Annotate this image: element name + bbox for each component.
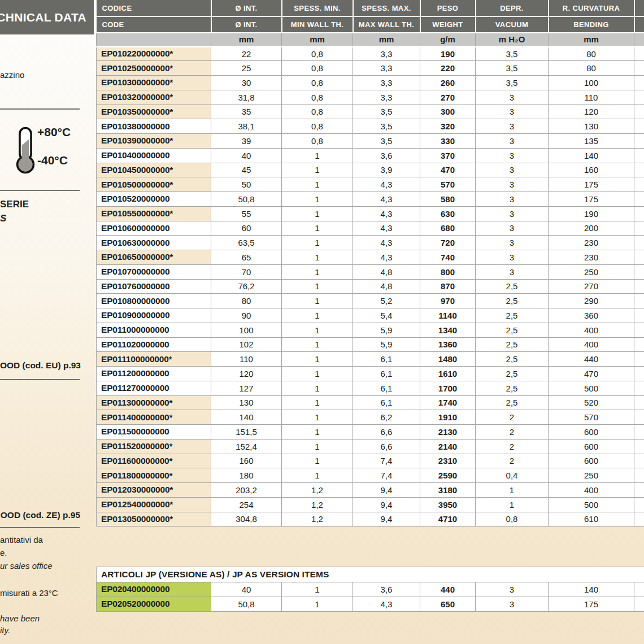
code-cell: EP011300000000* — [97, 395, 211, 410]
coil-cell — [634, 308, 644, 323]
divider — [0, 379, 80, 380]
coil-cell — [634, 148, 644, 163]
series-label: SERIE — [0, 199, 29, 210]
max-wall-cell: 3,3 — [353, 90, 420, 105]
code-cell: EP010250000000* — [97, 61, 211, 76]
coil-cell — [634, 250, 644, 265]
bending-cell: 570 — [549, 410, 634, 425]
code-cell: EP010450000000* — [97, 163, 211, 177]
max-wall-cell: 4,3 — [353, 221, 420, 236]
d-int-cell: 60 — [211, 221, 282, 236]
temperature-min: -40°C — [37, 154, 68, 167]
min-wall-cell: 1,2 — [282, 497, 353, 512]
weight-cell: 630 — [420, 206, 476, 221]
max-wall-cell: 4,3 — [353, 250, 420, 265]
min-wall-cell: 1 — [282, 177, 353, 192]
table-row: EP011600000000*16017,423102600 — [97, 454, 644, 468]
weight-cell: 190 — [420, 46, 476, 61]
min-wall-cell: 1 — [282, 439, 353, 454]
d-int-cell: 63,5 — [211, 236, 282, 250]
table-row: EP01076000000076,214,88702,5270 — [97, 279, 644, 294]
bending-cell: 175 — [549, 597, 634, 611]
min-wall-cell: 1 — [282, 381, 353, 395]
table-row: EP01102000000010215,913602,5400 — [97, 337, 644, 352]
table-row: EP010220000000*220,83,31903,580 — [97, 46, 644, 61]
column-header-it: LG — [634, 0, 644, 16]
table-row: EP01038000000038,10,83,53203130 — [97, 119, 644, 134]
vacuum-cell: 0,4 — [476, 468, 549, 483]
vacuum-cell: 2,5 — [476, 308, 549, 323]
min-wall-cell: 1 — [282, 337, 353, 352]
weight-cell: 740 — [420, 250, 476, 265]
bending-cell: 400 — [549, 483, 634, 498]
vacuum-cell: 3 — [476, 597, 549, 611]
weight-cell: 1480 — [420, 352, 476, 367]
vacuum-cell: 3,5 — [476, 46, 549, 61]
table-row: EP010500000000*5014,35703175 — [97, 177, 644, 192]
footnote-quantity-line1: antitativi da — [0, 535, 43, 545]
header-row-it: CODICEØ INT.SPESS. MIN.SPESS. MAX.PESODE… — [97, 0, 644, 16]
code-cell: EP010390000000* — [97, 134, 211, 149]
bending-cell: 190 — [549, 206, 634, 221]
bending-cell: 230 — [549, 236, 634, 250]
table-row: EP012030000000*203,21,29,431801400 — [97, 483, 644, 498]
table-body: EP010220000000*220,83,31903,580EP0102500… — [97, 46, 644, 526]
vacuum-cell: 3 — [476, 221, 549, 236]
coil-cell — [634, 381, 644, 395]
max-wall-cell: 4,3 — [353, 192, 420, 207]
coil-cell — [634, 76, 644, 90]
jp-table: ARTICOLI JP (VERSIONE AS) / JP AS VERSIO… — [96, 567, 644, 612]
min-wall-cell: 1 — [282, 294, 353, 308]
bending-cell: 500 — [549, 381, 634, 395]
table-row: EP010350000000*350,83,53003120 — [97, 105, 644, 119]
min-wall-cell: 1,2 — [282, 512, 353, 526]
max-wall-cell: 3,3 — [353, 76, 420, 90]
vacuum-cell: 3 — [476, 134, 549, 149]
unit-cell: mm — [211, 33, 282, 46]
code-cell: EP010800000000 — [97, 294, 211, 308]
code-cell: EP011600000000* — [97, 454, 211, 468]
max-wall-cell: 4,8 — [353, 279, 420, 294]
coil-cell — [634, 177, 644, 192]
weight-cell: 1360 — [420, 337, 476, 352]
min-wall-cell: 1 — [282, 250, 353, 265]
d-int-cell: 65 — [211, 250, 282, 265]
min-wall-cell: 1,2 — [282, 483, 353, 498]
max-wall-cell: 9,4 — [353, 483, 420, 498]
vacuum-cell: 3 — [476, 192, 549, 207]
coil-cell — [634, 221, 644, 236]
table-row: EP0104000000004013,63703140 — [97, 148, 644, 163]
d-int-cell: 76,2 — [211, 279, 282, 294]
code-cell: EP010760000000 — [97, 279, 211, 294]
footnote-quantity-line3: ur sales office — [0, 561, 53, 571]
weight-cell: 220 — [420, 61, 476, 76]
vacuum-cell: 3 — [476, 177, 549, 192]
code-cell: EP013050000000* — [97, 512, 211, 526]
code-cell: EP011100000000* — [97, 352, 211, 367]
min-wall-cell: 1 — [282, 410, 353, 425]
units-row: mmmmmmg/mm H₂Omm — [97, 33, 644, 46]
code-cell: EP010400000000 — [97, 148, 211, 163]
min-wall-cell: 1 — [282, 468, 353, 483]
weight-cell: 1740 — [420, 395, 476, 410]
table-row: EP0204000000004013,64403140 — [97, 582, 644, 597]
table-row: EP013050000000*304,81,29,447100,8610 — [97, 512, 644, 526]
code-cell: EP011500000000 — [97, 425, 211, 440]
weight-cell: 1610 — [420, 367, 476, 381]
bending-cell: 110 — [549, 90, 634, 105]
bending-cell: 470 — [549, 367, 634, 381]
coil-cell — [634, 264, 644, 279]
d-int-cell: 130 — [211, 395, 282, 410]
max-wall-cell: 6,1 — [353, 352, 420, 367]
weight-cell: 370 — [420, 148, 476, 163]
vacuum-cell: 1 — [476, 497, 549, 512]
weight-cell: 680 — [420, 221, 476, 236]
column-header-en: MIN WALL TH. — [282, 16, 353, 33]
max-wall-cell: 3,6 — [353, 148, 420, 163]
vacuum-cell: 3 — [476, 90, 549, 105]
code-cell: EP011400000000* — [97, 410, 211, 425]
d-int-cell: 140 — [211, 410, 282, 425]
unit-cell: mm — [282, 33, 353, 46]
weight-cell: 2140 — [420, 439, 476, 454]
min-wall-cell: 1 — [282, 264, 353, 279]
